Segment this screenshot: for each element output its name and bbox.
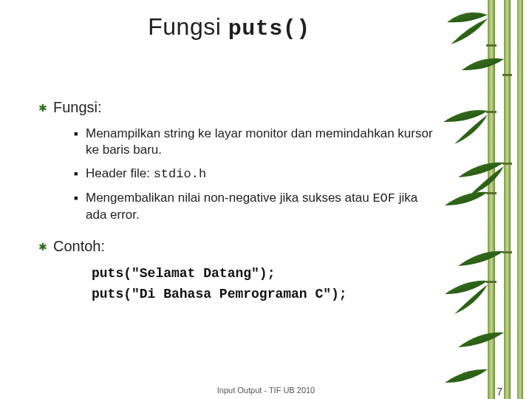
square-bullet-icon: ■ bbox=[74, 166, 86, 182]
asterisk-icon: ✱ bbox=[38, 238, 53, 256]
section-contoh: ✱ Contoh: puts("Selamat Datang"); puts("… bbox=[38, 238, 436, 304]
code-line: puts("Selamat Datang"); bbox=[92, 263, 436, 284]
square-bullet-icon: ■ bbox=[74, 126, 86, 142]
slide-content: Fungsi puts() ✱ Fungsi: ■ Menampilkan st… bbox=[0, 0, 532, 399]
top-list: ✱ Fungsi: ■ Menampilkan string ke layar … bbox=[22, 99, 436, 304]
list-item: ■ Header file: stdio.h bbox=[74, 166, 436, 183]
code-example: puts("Selamat Datang"); puts("Di Bahasa … bbox=[38, 263, 436, 304]
square-bullet-icon: ■ bbox=[74, 190, 86, 206]
list-item: ■ Menampilkan string ke layar monitor da… bbox=[74, 126, 436, 158]
section-label: Contoh: bbox=[53, 238, 105, 255]
slide-title: Fungsi puts() bbox=[22, 13, 436, 41]
page-number: 7 bbox=[497, 386, 502, 398]
title-code: puts() bbox=[228, 16, 310, 41]
item-text: Menampilkan string ke layar monitor dan … bbox=[86, 126, 436, 158]
item-text: Header file: stdio.h bbox=[86, 166, 206, 183]
title-prefix: Fungsi bbox=[148, 13, 228, 40]
fungsi-sublist: ■ Menampilkan string ke layar monitor da… bbox=[38, 126, 436, 223]
item-text: Mengembalikan nilai non-negative jika su… bbox=[86, 190, 436, 223]
asterisk-icon: ✱ bbox=[38, 99, 53, 117]
list-item: ■ Mengembalikan nilai non-negative jika … bbox=[74, 190, 436, 223]
code-line: puts("Di Bahasa Pemrograman C"); bbox=[92, 284, 436, 304]
section-label: Fungsi: bbox=[53, 99, 102, 116]
footer-text: Input Output - TIF UB 2010 bbox=[217, 386, 315, 395]
section-fungsi: ✱ Fungsi: ■ Menampilkan string ke layar … bbox=[38, 99, 436, 223]
